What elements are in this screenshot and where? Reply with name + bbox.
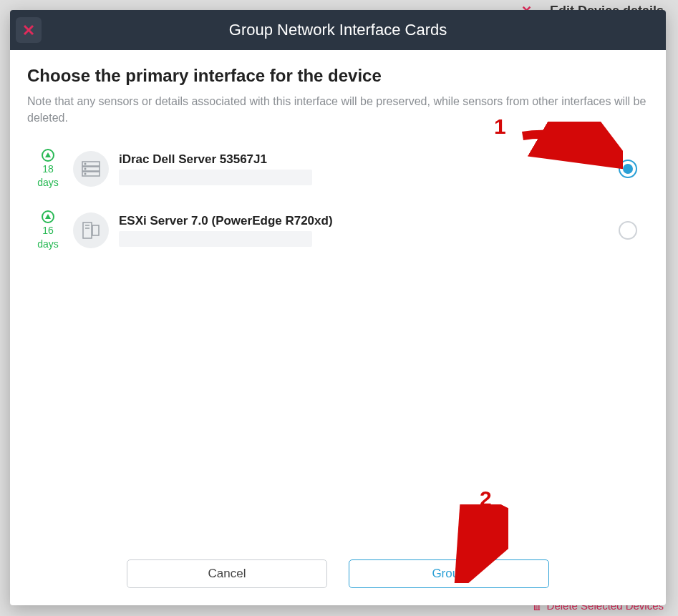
- device-text: iDrac Dell Server 53567J1: [119, 152, 619, 185]
- uptime-value: 16: [42, 225, 54, 237]
- uptime-unit: days: [37, 177, 59, 189]
- group-nic-modal: Group Network Interface Cards Choose the…: [10, 10, 666, 605]
- uptime-value: 18: [42, 163, 54, 175]
- modal-heading: Choose the primary interface for the dev…: [27, 66, 649, 86]
- close-icon: [22, 24, 35, 36]
- interface-option[interactable]: 18 days iDrac Dell Server 53567J1: [27, 140, 649, 202]
- group-button[interactable]: Group: [349, 559, 549, 588]
- modal-title: Group Network Interface Cards: [229, 21, 447, 39]
- uptime-badge: 18 days: [27, 149, 69, 189]
- close-button[interactable]: [16, 17, 42, 43]
- svg-point-8: [84, 173, 86, 175]
- modal-header: Group Network Interface Cards: [10, 10, 666, 50]
- device-name: ESXi Server 7.0 (PowerEdge R720xd): [119, 214, 619, 228]
- device-detail-redacted: [119, 231, 312, 247]
- radio-select-primary[interactable]: [619, 160, 637, 178]
- radio-select-primary[interactable]: [619, 221, 637, 240]
- server-rack-icon: [73, 151, 109, 187]
- interface-option[interactable]: 16 days ESXi Server 7.0 (PowerEdge R720x…: [27, 202, 649, 263]
- device-detail-redacted: [119, 170, 312, 185]
- uptime-unit: days: [37, 238, 59, 250]
- vm-host-icon: [73, 212, 109, 248]
- device-text: ESXi Server 7.0 (PowerEdge R720xd): [119, 214, 619, 247]
- device-name: iDrac Dell Server 53567J1: [119, 152, 619, 167]
- uptime-badge: 16 days: [27, 210, 69, 250]
- uptime-up-icon: [42, 210, 54, 223]
- uptime-up-icon: [42, 149, 54, 162]
- modal-footer: Cancel Group: [10, 548, 666, 605]
- svg-marker-2: [45, 152, 51, 157]
- modal-body: Choose the primary interface for the dev…: [10, 50, 666, 548]
- modal-subtext: Note that any sensors or details associa…: [27, 93, 649, 126]
- svg-point-6: [84, 163, 86, 165]
- svg-point-7: [84, 168, 86, 170]
- svg-marker-9: [45, 214, 51, 219]
- cancel-button[interactable]: Cancel: [127, 559, 327, 588]
- svg-rect-11: [92, 225, 99, 235]
